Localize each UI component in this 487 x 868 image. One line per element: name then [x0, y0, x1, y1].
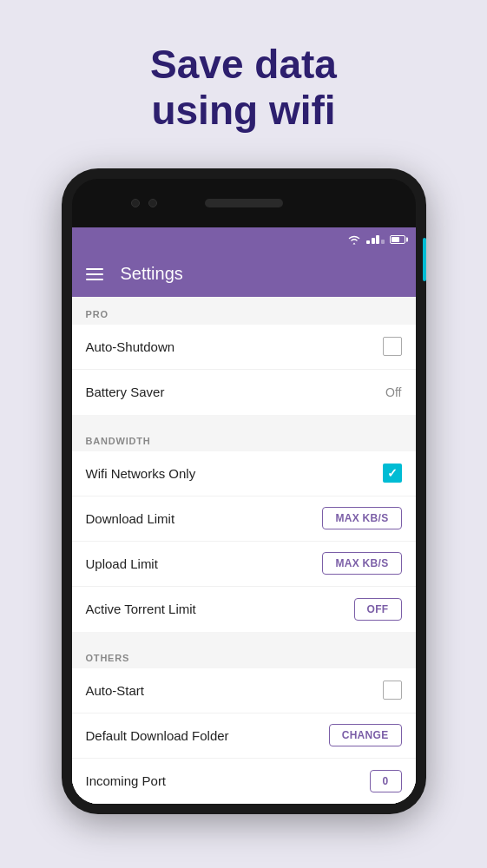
- incoming-port-button[interactable]: 0: [370, 770, 402, 792]
- active-torrent-button[interactable]: OFF: [354, 598, 402, 621]
- section-header-bandwidth: BANDWIDTH: [72, 424, 416, 451]
- auto-start-label: Auto-Start: [86, 683, 145, 698]
- scrollbar-thumb[interactable]: [423, 238, 426, 281]
- auto-shutdown-label: Auto-Shutdown: [86, 339, 175, 354]
- bandwidth-group: Wifi Networks Only ✓ Download Limit MAX …: [72, 451, 416, 632]
- wifi-networks-label: Wifi Networks Only: [86, 466, 196, 481]
- pro-group: Auto-Shutdown Battery Saver Off: [72, 325, 416, 415]
- list-item[interactable]: Battery Saver Off: [72, 370, 416, 415]
- upload-limit-button[interactable]: MAX KB/S: [322, 552, 401, 575]
- list-item[interactable]: Default Download Folder CHANGE: [72, 713, 416, 759]
- phone-screen: PRO Auto-Shutdown Battery Saver Off BAND…: [72, 297, 416, 804]
- list-item[interactable]: Download Limit MAX KB/S: [72, 496, 416, 542]
- list-item[interactable]: Auto-Start: [72, 668, 416, 713]
- camera-area: [131, 199, 157, 207]
- list-item[interactable]: Wifi Networks Only ✓: [72, 451, 416, 496]
- list-item[interactable]: Active Torrent Limit OFF: [72, 587, 416, 632]
- hamburger-menu-button[interactable]: [86, 268, 103, 280]
- battery-saver-label: Battery Saver: [86, 385, 165, 399]
- signal-icon: [366, 235, 385, 244]
- list-item[interactable]: Incoming Port 0: [72, 759, 416, 804]
- divider-2: [72, 632, 416, 641]
- wifi-networks-checkbox[interactable]: ✓: [383, 464, 402, 483]
- headline: Save data using wifi: [150, 42, 337, 134]
- speaker: [205, 199, 283, 207]
- list-item[interactable]: Upload Limit MAX KB/S: [72, 542, 416, 587]
- camera-dot-1: [131, 199, 140, 207]
- auto-start-checkbox[interactable]: [383, 681, 402, 700]
- active-torrent-label: Active Torrent Limit: [86, 602, 196, 616]
- incoming-port-label: Incoming Port: [86, 773, 167, 788]
- default-folder-label: Default Download Folder: [86, 728, 229, 743]
- divider-1: [72, 415, 416, 424]
- change-folder-button[interactable]: CHANGE: [329, 724, 402, 746]
- wifi-icon: [347, 233, 361, 245]
- settings-list: PRO Auto-Shutdown Battery Saver Off BAND…: [72, 297, 416, 804]
- app-bar-title: Settings: [121, 264, 183, 284]
- battery-icon: [390, 235, 405, 244]
- others-group: Auto-Start Default Download Folder CHANG…: [72, 668, 416, 804]
- camera-dot-2: [148, 199, 157, 207]
- headline-text: Save data using wifi: [150, 42, 337, 134]
- section-header-pro: PRO: [72, 297, 416, 325]
- phone-mockup: Settings PRO Auto-Shutdown Battery Saver…: [62, 168, 426, 814]
- status-bar: [72, 227, 416, 252]
- phone-top-bar: [72, 179, 416, 227]
- auto-shutdown-checkbox[interactable]: [383, 337, 402, 356]
- section-header-others: OTHERS: [72, 641, 416, 668]
- battery-saver-value: Off: [385, 385, 401, 399]
- upload-limit-label: Upload Limit: [86, 556, 158, 571]
- app-bar: Settings: [72, 252, 416, 297]
- download-limit-button[interactable]: MAX KB/S: [322, 507, 401, 529]
- checkmark-icon: ✓: [387, 466, 398, 480]
- list-item[interactable]: Auto-Shutdown: [72, 325, 416, 370]
- download-limit-label: Download Limit: [86, 511, 175, 526]
